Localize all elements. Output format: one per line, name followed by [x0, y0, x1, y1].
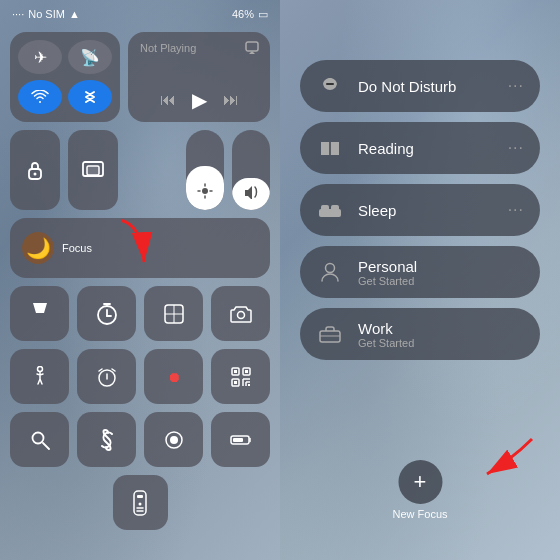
svg-rect-4 — [87, 166, 99, 175]
work-icon — [316, 320, 344, 348]
brightness-slider[interactable] — [186, 130, 224, 210]
status-right: 46% ▭ — [232, 8, 268, 21]
svg-rect-40 — [233, 438, 243, 442]
new-focus-circle[interactable]: + — [398, 460, 442, 504]
battery-icon: ▭ — [258, 8, 268, 21]
screen-lock-btn[interactable] — [10, 130, 60, 210]
work-text: Work Get Started — [358, 320, 524, 349]
status-bar: ···· No SIM ▲ 46% ▭ — [0, 0, 280, 28]
remote-btn[interactable] — [113, 475, 168, 530]
svg-point-2 — [34, 173, 37, 176]
work-sub: Get Started — [358, 337, 524, 349]
new-focus-label: New Focus — [392, 508, 447, 520]
battery-pct: 46% — [232, 8, 254, 20]
personal-sub: Get Started — [358, 275, 524, 287]
cc-grid: ✈ 📡 Not Playing — [10, 32, 270, 550]
svg-point-38 — [170, 436, 178, 444]
moon-icon: 🌙 — [22, 232, 54, 264]
svg-marker-10 — [33, 303, 47, 325]
personal-text: Personal Get Started — [358, 258, 524, 287]
reading-text: Reading — [358, 140, 494, 157]
qr-btn[interactable] — [211, 349, 270, 404]
wifi-icon: ▲ — [69, 8, 80, 20]
reading-name: Reading — [358, 140, 494, 157]
shazam-btn[interactable] — [77, 412, 136, 467]
svg-line-22 — [99, 369, 102, 371]
do-not-disturb-item[interactable]: Do Not Disturb ··· — [300, 60, 540, 112]
svg-line-23 — [112, 369, 115, 371]
svg-point-18 — [237, 311, 244, 318]
svg-rect-34 — [248, 384, 250, 386]
svg-rect-49 — [321, 205, 329, 211]
personal-item[interactable]: Personal Get Started — [300, 246, 540, 298]
svg-point-51 — [326, 264, 335, 273]
plus-icon: + — [414, 469, 427, 495]
now-playing-controls[interactable]: ⏮ ▶ ⏭ — [140, 88, 258, 112]
volume-icon — [243, 185, 259, 202]
camera-btn[interactable] — [211, 286, 270, 341]
svg-rect-42 — [137, 495, 143, 498]
focus-label: Focus — [62, 242, 92, 254]
dnd-more[interactable]: ··· — [508, 77, 524, 95]
connectivity-block[interactable]: ✈ 📡 — [10, 32, 120, 122]
play-btn[interactable]: ▶ — [192, 88, 207, 112]
next-btn[interactable]: ⏭ — [223, 91, 239, 109]
grid-row-2: ⏺ — [10, 349, 270, 404]
accessibility-btn[interactable] — [10, 349, 69, 404]
sleep-text: Sleep — [358, 202, 494, 219]
personal-name: Personal — [358, 258, 524, 275]
svg-point-35 — [32, 432, 43, 443]
prev-btn[interactable]: ⏮ — [160, 91, 176, 109]
personal-icon — [316, 258, 344, 286]
reading-item[interactable]: Reading ··· — [300, 122, 540, 174]
sleep-more[interactable]: ··· — [508, 201, 524, 219]
work-name: Work — [358, 320, 524, 337]
grid-row-1 — [10, 286, 270, 341]
bluetooth-btn[interactable] — [68, 80, 112, 114]
focus-btn[interactable]: 🌙 Focus — [10, 218, 270, 278]
wifi-btn[interactable] — [18, 80, 62, 114]
airplane-mode-btn[interactable]: ✈ — [18, 40, 62, 74]
top-row: ✈ 📡 Not Playing — [10, 32, 270, 122]
svg-point-43 — [139, 502, 142, 505]
dnd-name: Do Not Disturb — [358, 78, 494, 95]
left-control-center: ···· No SIM ▲ 46% ▭ ✈ 📡 — [0, 0, 280, 560]
calculator-btn[interactable] — [144, 286, 203, 341]
screen-mirror-btn[interactable] — [68, 130, 118, 210]
svg-rect-25 — [234, 370, 237, 373]
svg-point-19 — [37, 366, 42, 371]
svg-rect-29 — [234, 381, 237, 384]
alarm-btn[interactable] — [77, 349, 136, 404]
work-item[interactable]: Work Get Started — [300, 308, 540, 360]
right-focus-panel: Do Not Disturb ··· Reading ··· — [280, 0, 560, 560]
magnifier-btn[interactable] — [10, 412, 69, 467]
timer-btn[interactable] — [77, 286, 136, 341]
sleep-name: Sleep — [358, 202, 494, 219]
stopwatch-btn[interactable]: ⏺ — [144, 349, 203, 404]
screen-record-btn[interactable] — [144, 412, 203, 467]
svg-rect-0 — [246, 42, 258, 51]
dnd-text: Do Not Disturb — [358, 78, 494, 95]
sleep-item[interactable]: Sleep ··· — [300, 184, 540, 236]
new-focus-btn[interactable]: + New Focus — [392, 460, 447, 520]
now-playing-block[interactable]: Not Playing ⏮ ▶ ⏭ — [128, 32, 270, 122]
middle-row — [10, 130, 270, 210]
dnd-icon — [316, 72, 344, 100]
cellular-btn[interactable]: 📡 — [68, 40, 112, 74]
focus-list: Do Not Disturb ··· Reading ··· — [300, 60, 540, 360]
reading-more[interactable]: ··· — [508, 139, 524, 157]
airplay-icon[interactable] — [244, 40, 260, 59]
remote-row — [10, 475, 270, 530]
battery-widget-btn[interactable] — [211, 412, 270, 467]
svg-rect-27 — [245, 370, 248, 373]
svg-rect-50 — [331, 205, 339, 211]
now-playing-title: Not Playing — [140, 42, 258, 54]
red-arrow-right — [472, 429, 542, 488]
svg-line-36 — [43, 443, 49, 449]
flashlight-btn[interactable] — [10, 286, 69, 341]
reading-icon — [316, 134, 344, 162]
grid-row-3 — [10, 412, 270, 467]
volume-slider[interactable] — [232, 130, 270, 210]
signal-dots: ···· — [12, 8, 24, 20]
svg-point-5 — [202, 188, 208, 194]
